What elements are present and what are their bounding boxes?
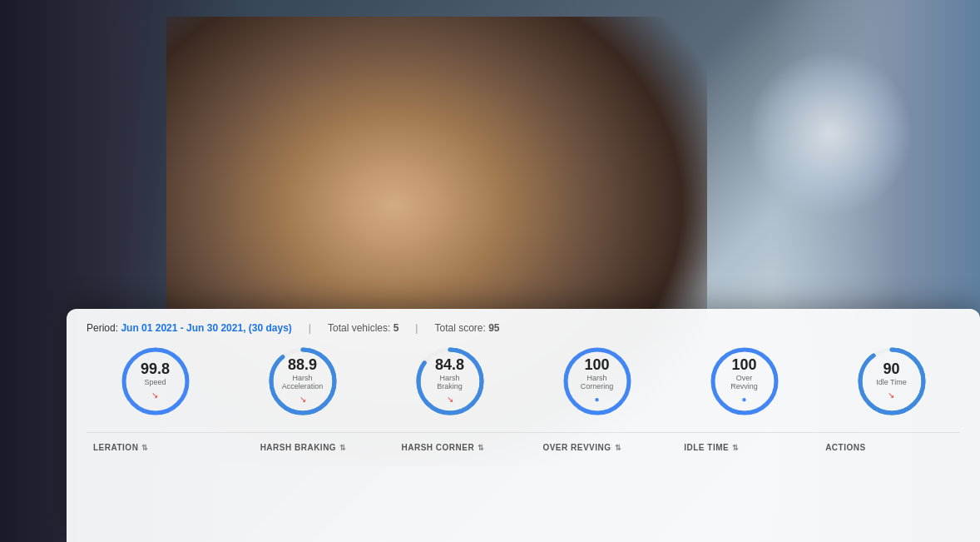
gauge-inner-over-revving: 100 Over Revving ● xyxy=(725,357,763,405)
gauge-inner-idle-time: 90 Idle Time ↘ xyxy=(876,361,907,401)
th-label-acceleration: LERATION xyxy=(93,443,138,452)
gauge-inner-harsh-acceleration: 88.9 Harsh Acceleration ↘ xyxy=(282,357,324,405)
th-idle-time[interactable]: IDLE TIME⇅ xyxy=(677,440,819,455)
th-label-over-revving: OVER REVVING xyxy=(542,443,611,452)
th-acceleration[interactable]: LERATION⇅ xyxy=(87,440,254,455)
gauge-value-speed: 99.8 xyxy=(141,361,170,376)
gauges-row: 99.8 Speed ↘ 88.9 Harsh Acceleration ↘ 8… xyxy=(87,344,960,419)
sort-icon-harsh-braking: ⇅ xyxy=(339,444,347,452)
dashboard-panel: Period: Jun 01 2021 - Jun 30 2021, (30 d… xyxy=(67,309,980,542)
total-vehicles: Total vehicles: 5 xyxy=(328,322,398,334)
sort-icon-over-revving: ⇅ xyxy=(615,444,622,452)
th-harsh-braking[interactable]: HARSH BRAKING⇅ xyxy=(254,440,395,455)
gauge-label-over-revving: Over Revving xyxy=(725,374,763,390)
gauge-trend-harsh-cornering: ● xyxy=(594,395,599,404)
gauge-value-over-revving: 100 xyxy=(725,357,763,372)
table-header: LERATION⇅HARSH BRAKING⇅HARSH CORNER⇅OVER… xyxy=(87,432,960,455)
th-label-idle-time: IDLE TIME xyxy=(684,443,729,452)
sort-icon-harsh-corner: ⇅ xyxy=(478,444,485,452)
th-label-harsh-corner: HARSH CORNER xyxy=(402,443,475,452)
gauge-circle-over-revving: 100 Over Revving ● xyxy=(707,344,782,419)
gauge-card-harsh-acceleration: 88.9 Harsh Acceleration ↘ xyxy=(234,344,371,419)
gauge-value-harsh-acceleration: 88.9 xyxy=(282,357,324,372)
gauge-trend-harsh-acceleration: ↘ xyxy=(299,395,306,404)
gauge-trend-harsh-braking: ↘ xyxy=(447,395,453,404)
light-blob-decoration xyxy=(747,50,913,216)
th-over-revving[interactable]: OVER REVVING⇅ xyxy=(536,440,677,455)
th-actions: ACTIONS xyxy=(819,440,960,455)
gauge-circle-harsh-acceleration: 88.9 Harsh Acceleration ↘ xyxy=(265,344,340,419)
gauge-label-harsh-cornering: Harsh Cornering xyxy=(578,374,616,390)
gauge-trend-speed: ↘ xyxy=(151,390,158,400)
gauge-circle-idle-time: 90 Idle Time ↘ xyxy=(854,344,929,419)
gauge-card-over-revving: 100 Over Revving ● xyxy=(676,344,813,419)
gauge-label-speed: Speed xyxy=(141,378,170,386)
sort-icon-acceleration: ⇅ xyxy=(141,444,149,452)
th-label-harsh-braking: HARSH BRAKING xyxy=(260,443,337,452)
gauge-value-harsh-cornering: 100 xyxy=(578,357,616,372)
gauge-label-idle-time: Idle Time xyxy=(876,378,907,386)
gauge-trend-over-revving: ● xyxy=(741,395,746,404)
gauge-label-harsh-braking: Harsh Braking xyxy=(431,374,468,390)
gauge-card-harsh-cornering: 100 Harsh Cornering ● xyxy=(528,344,666,419)
gauge-value-idle-time: 90 xyxy=(876,361,907,376)
gauge-card-harsh-braking: 84.8 Harsh Braking ↘ xyxy=(381,344,518,419)
gauge-inner-harsh-cornering: 100 Harsh Cornering ● xyxy=(578,357,616,405)
gauge-inner-harsh-braking: 84.8 Harsh Braking ↘ xyxy=(431,357,468,405)
th-label-actions: ACTIONS xyxy=(825,443,866,452)
gauge-inner-speed: 99.8 Speed ↘ xyxy=(141,361,170,401)
gauge-trend-idle-time: ↘ xyxy=(888,390,894,400)
gauge-value-harsh-braking: 84.8 xyxy=(431,357,468,372)
gauge-circle-harsh-cornering: 100 Harsh Cornering ● xyxy=(560,344,635,419)
gauge-card-speed: 99.8 Speed ↘ xyxy=(87,344,224,419)
gauge-circle-speed: 99.8 Speed ↘ xyxy=(118,344,193,419)
period-label: Period: Jun 01 2021 - Jun 30 2021, (30 d… xyxy=(87,322,292,334)
gauge-card-idle-time: 90 Idle Time ↘ xyxy=(823,344,960,419)
gauge-label-harsh-acceleration: Harsh Acceleration xyxy=(282,374,324,390)
gauge-circle-harsh-braking: 84.8 Harsh Braking ↘ xyxy=(413,344,488,419)
total-score: Total score: 95 xyxy=(434,322,499,334)
period-bar: Period: Jun 01 2021 - Jun 30 2021, (30 d… xyxy=(87,322,960,334)
sort-icon-idle-time: ⇅ xyxy=(732,444,740,452)
th-harsh-corner[interactable]: HARSH CORNER⇅ xyxy=(395,440,537,455)
